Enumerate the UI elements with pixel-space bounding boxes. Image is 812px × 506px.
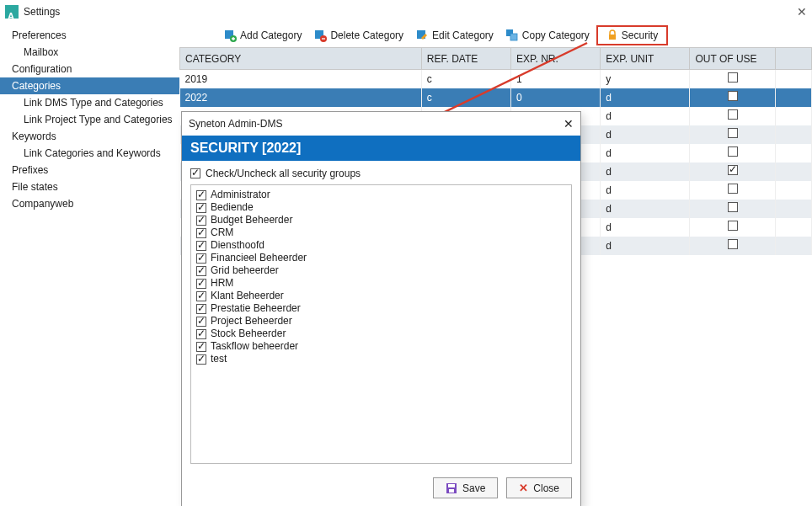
sidebar-item[interactable]: Link Categories and Keywords [0,145,179,162]
group-label: Grid beheerder [211,264,279,277]
out-of-use-checkbox[interactable] [728,165,738,175]
security-groups-list: AdministratorBediendeBudget BeheerderCRM… [190,184,572,464]
security-group-item[interactable]: Administrator [196,189,566,201]
group-label: Stock Beheerder [211,328,286,340]
checkbox-icon [196,317,206,327]
group-label: Taskflow beheerder [211,340,298,353]
group-label: HRM [211,277,233,290]
out-of-use-checkbox[interactable] [728,221,738,231]
column-header[interactable] [776,48,812,70]
sidebar-item[interactable]: Companyweb [0,195,179,212]
out-of-use-checkbox[interactable] [728,128,738,138]
table-row[interactable]: 2019c1y [180,70,812,88]
group-label: Prestatie Beheerder [211,302,301,315]
sidebar-item[interactable]: Mailbox [0,44,179,61]
group-label: Project Beheerder [211,315,292,328]
security-label: Security [622,29,658,41]
save-icon [446,482,457,494]
out-of-use-checkbox[interactable] [728,239,738,249]
toggle-all-label: Check/Uncheck all security groups [206,168,361,179]
sidebar-item[interactable]: Categories [0,77,179,94]
sidebar-item[interactable]: Prefixes [0,162,179,178]
column-header[interactable]: EXP. UNIT [601,48,690,70]
out-of-use-checkbox[interactable] [728,91,738,101]
group-label: Budget Beheerder [211,214,292,226]
close-icon: ✕ [519,482,528,494]
sidebar-item[interactable]: Preferences [0,27,179,44]
svg-rect-11 [449,489,454,493]
checkbox-icon [196,228,206,238]
app-icon [5,5,19,19]
save-button[interactable]: Save [433,477,498,498]
checkbox-icon [196,241,206,251]
table-row[interactable]: 2022c0d [180,88,812,107]
checkbox-icon [196,203,206,213]
security-group-item[interactable]: Grid beheerder [196,264,566,277]
security-group-item[interactable]: Stock Beheerder [196,328,566,340]
delete-category-label: Delete Category [330,29,403,41]
close-label: Close [533,482,559,494]
column-header[interactable]: EXP. NR. [511,48,601,70]
window-close-icon[interactable]: ✕ [797,0,807,24]
sidebar-item[interactable]: Configuration [0,61,179,77]
checkbox-icon [196,304,206,314]
checkbox-icon [196,279,206,289]
group-label: Financieel Beheerder [211,252,307,264]
edit-category-button[interactable]: Edit Category [410,27,499,44]
security-dialog: Syneton Admin-DMS ✕ SECURITY [2022] Chec… [181,111,581,506]
checkbox-icon [196,342,206,352]
column-header[interactable]: OUT OF USE [690,48,776,70]
copy-category-button[interactable]: Copy Category [500,27,595,44]
security-group-item[interactable]: CRM [196,226,566,239]
checkbox-icon [196,253,206,264]
lock-icon [606,29,618,41]
security-group-item[interactable]: Project Beheerder [196,315,566,328]
security-group-item[interactable]: HRM [196,277,566,290]
group-label: CRM [211,226,233,239]
dialog-heading: SECURITY [2022] [182,136,580,161]
out-of-use-checkbox[interactable] [728,184,738,194]
checkbox-icon [190,168,200,178]
edit-category-label: Edit Category [432,29,494,41]
sidebar-item[interactable]: Link Project Type and Categories [0,111,179,128]
security-group-item[interactable]: Taskflow beheerder [196,340,566,353]
column-header[interactable]: REF. DATE [421,48,510,70]
sidebar: PreferencesMailboxConfigurationCategorie… [0,24,179,506]
add-category-label: Add Category [240,29,302,41]
security-button[interactable]: Security [596,25,668,45]
dialog-close-icon[interactable]: ✕ [564,117,574,130]
delete-category-button[interactable]: Delete Category [308,27,409,44]
checkbox-icon [196,291,206,301]
column-header[interactable]: CATEGORY [180,48,422,70]
checkbox-icon [196,190,206,200]
out-of-use-checkbox[interactable] [728,146,738,157]
checkbox-icon [196,329,206,339]
close-button[interactable]: ✕ Close [506,477,572,498]
security-group-item[interactable]: Budget Beheerder [196,214,566,226]
checkbox-icon [196,266,206,276]
edit-icon [415,29,429,42]
dialog-footer: Save ✕ Close [182,471,580,506]
security-group-item[interactable]: test [196,353,566,365]
checkbox-icon [196,354,206,365]
svg-rect-6 [510,34,517,40]
copy-category-label: Copy Category [522,29,590,41]
security-group-item[interactable]: Klant Beheerder [196,290,566,302]
out-of-use-checkbox[interactable] [728,72,738,83]
toolbar: Add Category Delete Category Edit Catego… [179,24,812,47]
add-icon [223,29,237,42]
svg-rect-10 [448,484,455,487]
sidebar-item[interactable]: File states [0,178,179,195]
security-group-item[interactable]: Bediende [196,201,566,214]
window-title: Settings [24,0,797,24]
add-category-button[interactable]: Add Category [218,27,307,44]
security-group-item[interactable]: Financieel Beheerder [196,252,566,264]
out-of-use-checkbox[interactable] [728,109,738,120]
copy-icon [505,29,519,42]
sidebar-item[interactable]: Link DMS Type and Categories [0,94,179,111]
out-of-use-checkbox[interactable] [728,202,738,212]
sidebar-item[interactable]: Keywords [0,128,179,145]
security-group-item[interactable]: Prestatie Beheerder [196,302,566,315]
toggle-all-checkbox[interactable]: Check/Uncheck all security groups [190,168,572,179]
security-group-item[interactable]: Diensthoofd [196,239,566,252]
